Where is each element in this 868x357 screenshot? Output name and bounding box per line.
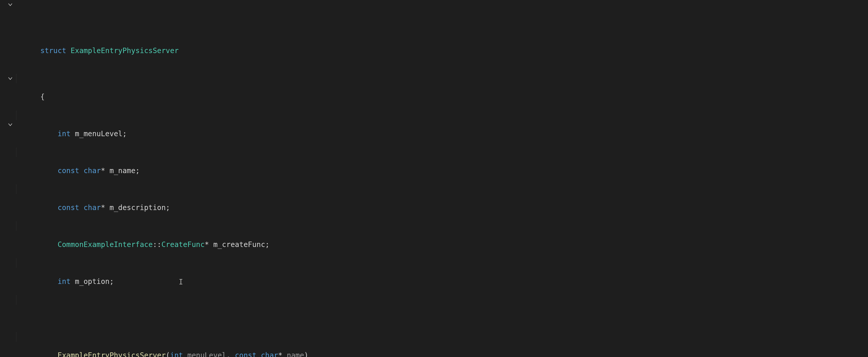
brace-open: { [40, 93, 44, 101]
star: * [101, 166, 105, 175]
text-cursor: I [179, 278, 183, 287]
paren-open: ( [166, 351, 170, 357]
keyword-int: int [58, 130, 71, 138]
code-line[interactable]: { [14, 74, 868, 83]
keyword-char: char [84, 203, 101, 212]
code-line[interactable]: ExampleEntryPhysicsServer(int menuLevel,… [14, 332, 868, 342]
member: m_menuLevel [75, 130, 122, 138]
keyword-const: const [235, 351, 256, 357]
code-line[interactable]: int m_menuLevel; [14, 111, 868, 120]
code-editor[interactable]: struct ExampleEntryPhysicsServer { int m… [0, 0, 868, 357]
keyword-char: char [84, 166, 101, 175]
semicolon: ; [166, 203, 170, 212]
code-line[interactable]: CommonExampleInterface::CreateFunc* m_cr… [14, 222, 868, 231]
fold-gutter [0, 0, 14, 357]
member: m_option [75, 277, 110, 286]
paren-close: ) [304, 351, 309, 357]
code-line[interactable]: const char* m_description; [14, 185, 868, 194]
semicolon: ; [110, 277, 114, 286]
star: * [278, 351, 282, 357]
chevron-down-icon [7, 2, 13, 7]
semicolon: ; [122, 130, 127, 138]
chevron-down-icon [7, 122, 13, 127]
type-name: CommonExampleInterface [58, 240, 153, 249]
keyword-const: const [58, 166, 79, 175]
code-area[interactable]: struct ExampleEntryPhysicsServer { int m… [14, 0, 868, 357]
type-name: ExampleEntryPhysicsServer [70, 46, 179, 55]
fold-toggle[interactable] [7, 74, 13, 83]
keyword-struct: struct [40, 46, 66, 55]
type-name: CreateFunc [161, 240, 205, 249]
member: m_createFunc [213, 240, 265, 249]
chevron-down-icon [7, 76, 13, 81]
fold-toggle[interactable] [7, 0, 13, 9]
member: m_description [110, 203, 166, 212]
semicolon: ; [265, 240, 270, 249]
fold-toggle[interactable] [7, 120, 13, 129]
keyword-int: int [58, 277, 71, 286]
keyword-int: int [170, 351, 183, 357]
member: m_name [110, 166, 135, 175]
scope-op: :: [153, 240, 161, 249]
star: * [205, 240, 209, 249]
semicolon: ; [135, 166, 140, 175]
constructor: ExampleEntryPhysicsServer [58, 351, 166, 357]
keyword-const: const [58, 203, 79, 212]
code-line[interactable]: int m_option; I [14, 259, 868, 268]
keyword-char: char [261, 351, 278, 357]
star: * [101, 203, 105, 212]
code-line[interactable]: const char* m_name; [14, 148, 868, 157]
param: menuLevel [187, 351, 226, 357]
code-line[interactable] [14, 295, 868, 305]
code-line[interactable]: struct ExampleEntryPhysicsServer [14, 37, 868, 46]
param: name [287, 351, 304, 357]
comma: , [226, 351, 230, 357]
